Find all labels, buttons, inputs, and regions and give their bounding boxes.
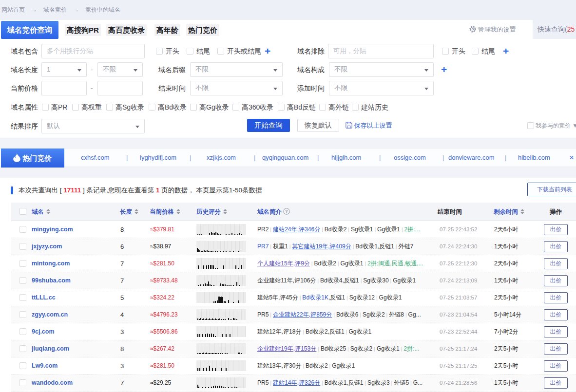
svg-text:?: ?: [286, 209, 288, 214]
